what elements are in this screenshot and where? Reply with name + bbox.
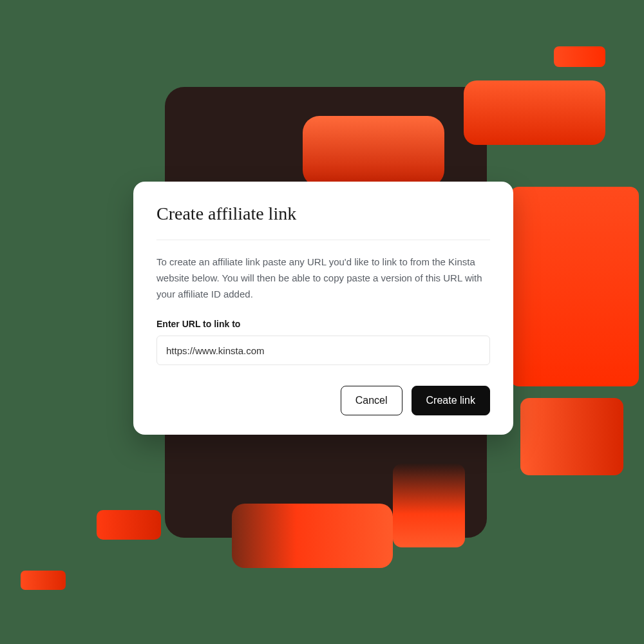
modal-actions: Cancel Create link	[156, 386, 490, 415]
create-link-button[interactable]: Create link	[412, 386, 490, 415]
url-field-label: Enter URL to link to	[156, 319, 490, 329]
decorative-blob	[393, 464, 465, 547]
modal-title: Create affiliate link	[156, 204, 490, 240]
create-affiliate-link-modal: Create affiliate link To create an affil…	[133, 182, 513, 435]
decorative-blob	[97, 510, 161, 540]
decorative-blob	[21, 571, 66, 590]
cancel-button[interactable]: Cancel	[341, 386, 402, 415]
url-input[interactable]	[156, 336, 490, 365]
decorative-blob	[510, 187, 639, 386]
modal-description: To create an affiliate link paste any UR…	[156, 254, 490, 302]
decorative-blob	[464, 80, 605, 145]
decorative-blob	[232, 504, 393, 568]
decorative-blob	[520, 398, 623, 475]
decorative-blob	[554, 46, 605, 67]
decorative-blob	[303, 116, 444, 187]
